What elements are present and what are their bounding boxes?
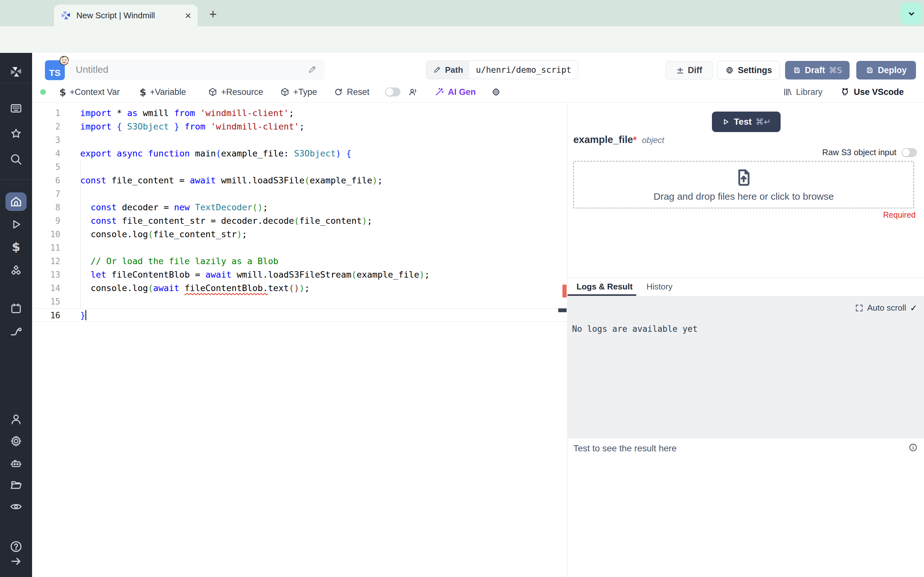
file-dropzone[interactable]: Drag and drop files here or click to bro… [573, 161, 914, 208]
sidebar-item-schedules[interactable] [0, 301, 32, 315]
logs-panel: Auto scroll ✓ No logs are available yet [567, 296, 924, 438]
info-icon[interactable] [908, 443, 918, 452]
new-tab-button[interactable]: + [206, 7, 220, 21]
code-line-12[interactable]: 12 // Or load the file lazily as a Blob [32, 255, 567, 268]
diff-button[interactable]: ± Diff [666, 61, 713, 79]
line-content: export async function main(example_file:… [60, 147, 351, 160]
code-line-8[interactable]: 8 const decoder = new TextDecoder(); [32, 201, 567, 214]
diff-mode-toggle[interactable] [385, 82, 401, 102]
deploy-button[interactable]: Deploy [856, 61, 916, 79]
sidebar-divider [0, 83, 32, 83]
editor-settings-button[interactable] [491, 82, 501, 102]
auto-scroll-control[interactable]: Auto scroll ✓ [855, 303, 917, 313]
code-line-9[interactable]: 9 const file_content_str = decoder.decod… [32, 214, 567, 227]
sidebar-item-user[interactable] [0, 413, 32, 426]
sidebar-item-variables[interactable]: $ [0, 241, 32, 253]
windmill-favicon [60, 10, 71, 21]
sidebar-item-folders[interactable] [0, 478, 32, 492]
use-vscode-button[interactable]: Use VScode [840, 82, 904, 102]
code-line-2[interactable]: 2import { S3Object } from 'windmill-clie… [32, 120, 567, 133]
line-content: } [60, 309, 86, 322]
auto-scroll-label: Auto scroll [867, 303, 906, 313]
sidebar-item-workspace[interactable] [0, 102, 32, 115]
file-upload-icon [733, 167, 754, 188]
line-number: 8 [32, 201, 60, 214]
tab-close-icon[interactable]: × [185, 10, 191, 21]
code-line-7[interactable]: 7 [32, 187, 567, 201]
script-path-control[interactable]: Path u/henri/demo_script [426, 61, 578, 79]
line-number: 7 [32, 187, 60, 201]
sidebar-item-audit[interactable] [0, 500, 32, 513]
raw-s3-toggle-row: Raw S3 object input [822, 147, 917, 157]
sidebar-expand-icon[interactable] [0, 555, 32, 568]
tab-search-button[interactable] [900, 3, 923, 25]
code-line-13[interactable]: 13 let fileContentBlob = await wmill.loa… [32, 268, 567, 282]
line-number: 2 [32, 120, 60, 133]
code-editor[interactable]: 1import * as wmill from 'windmill-client… [32, 103, 567, 577]
raw-s3-label: Raw S3 object input [822, 147, 897, 157]
code-line-3[interactable]: 3 [32, 133, 567, 147]
ai-gen-button[interactable]: AI Gen [434, 82, 476, 102]
code-line-5[interactable]: 5 [32, 160, 567, 174]
draft-button[interactable]: Draft ⌘S [785, 61, 850, 79]
tab-title: New Script | Windmill [76, 11, 180, 21]
line-number: 14 [32, 282, 60, 295]
line-number: 6 [32, 174, 60, 187]
add-variable-label: +Variable [150, 87, 186, 97]
dollar-icon: $ [140, 87, 146, 98]
multiplayer-button[interactable] [408, 82, 418, 102]
add-context-var-label: +Context Var [69, 87, 120, 97]
sidebar-item-resources[interactable] [0, 264, 32, 277]
line-number: 13 [32, 268, 60, 282]
add-type-button[interactable]: +Type [280, 82, 317, 102]
sidebar-item-settings[interactable] [0, 434, 32, 448]
test-shortcut: ⌘↵ [756, 117, 771, 127]
code-line-6[interactable]: 6const file_content = await wmill.loadS3… [32, 174, 567, 187]
toggle-off[interactable] [385, 87, 401, 97]
reset-label: Reset [347, 87, 370, 97]
sidebar-item-favorites[interactable] [0, 127, 32, 140]
browser-tab[interactable]: New Script | Windmill × [54, 5, 198, 26]
settings-button[interactable]: Settings [717, 61, 780, 79]
save-icon [866, 66, 874, 74]
code-line-1[interactable]: 1import * as wmill from 'windmill-client… [32, 106, 567, 120]
sidebar-item-search[interactable] [0, 153, 32, 166]
browser-tabstrip: New Script | Windmill × + [0, 0, 924, 26]
windmill-logo[interactable] [0, 65, 32, 79]
overview-ruler-error-marker [562, 285, 567, 298]
sidebar-item-workers[interactable] [0, 456, 32, 470]
sidebar-item-help[interactable] [0, 540, 32, 554]
script-summary-input[interactable]: Untitled [68, 59, 325, 80]
add-context-var-button[interactable]: $ +Context Var [59, 82, 120, 102]
draft-shortcut: ⌘S [829, 66, 842, 75]
sidebar-item-runs[interactable] [0, 218, 32, 231]
code-line-16[interactable]: 16} [32, 308, 567, 322]
refresh-icon [334, 87, 343, 97]
tab-history[interactable]: History [646, 282, 672, 292]
gear-icon [725, 66, 734, 75]
check-icon: ✓ [910, 303, 917, 313]
use-vscode-label: Use VScode [854, 87, 904, 97]
script-summary-value: Untitled [76, 64, 307, 75]
sidebar-item-home[interactable] [0, 195, 32, 208]
raw-s3-toggle[interactable] [901, 148, 917, 157]
line-number: 10 [32, 227, 60, 241]
github-octocat-icon [840, 87, 850, 97]
library-button[interactable]: Library [783, 82, 822, 102]
result-panel: Test to see the result here [567, 438, 924, 577]
argument-name: example_file [573, 134, 633, 145]
line-content: import { S3Object } from 'windmill-clien… [60, 120, 304, 133]
add-variable-button[interactable]: $ +Variable [140, 82, 186, 102]
sidebar-item-flows[interactable] [0, 326, 32, 339]
library-label: Library [796, 87, 822, 97]
reset-button[interactable]: Reset [334, 82, 370, 102]
code-line-10[interactable]: 10 console.log(file_content_str); [32, 227, 567, 241]
add-resource-button[interactable]: +Resource [208, 82, 263, 102]
test-button[interactable]: Test ⌘↵ [712, 111, 780, 132]
ai-gen-label: AI Gen [448, 87, 476, 97]
code-line-4[interactable]: 4export async function main(example_file… [32, 147, 567, 160]
code-line-11[interactable]: 11 [32, 241, 567, 255]
tab-logs-result[interactable]: Logs & Result [577, 282, 633, 292]
code-line-14[interactable]: 14 console.log(await fileContentBlob.tex… [32, 282, 567, 295]
code-line-15[interactable]: 15 [32, 295, 567, 308]
